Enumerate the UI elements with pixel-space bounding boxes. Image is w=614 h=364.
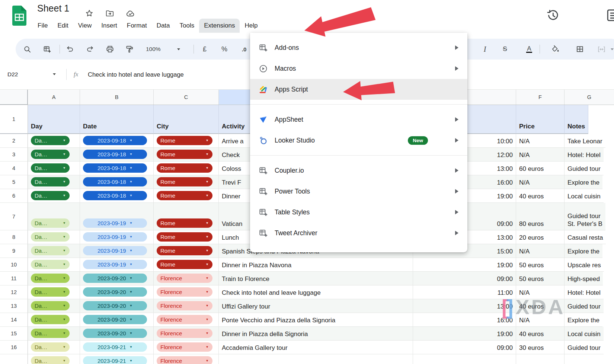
city-chip[interactable]: Rome▼	[157, 150, 212, 159]
merge-cells-icon[interactable]	[595, 42, 608, 56]
date-chip[interactable]: 2023-09-18▼	[83, 163, 147, 173]
cell-city[interactable]: Florence▼	[154, 354, 219, 364]
column-header-G[interactable]: G	[565, 90, 614, 105]
cell-date[interactable]: 2023-09-20▼	[80, 313, 154, 327]
day-chip[interactable]: Da…▼	[31, 287, 70, 297]
menu-tools[interactable]: Tools	[175, 19, 199, 33]
cell-date[interactable]: 2023-09-18▼	[80, 148, 154, 162]
city-chip[interactable]: Florence▼	[157, 301, 212, 310]
cell-day[interactable]: Da…▼	[28, 299, 80, 313]
menu-item-looker-studio[interactable]: Looker StudioNew	[250, 130, 467, 151]
cell-time[interactable]: 11:00	[413, 285, 516, 299]
cell-price[interactable]	[516, 354, 565, 364]
row-number[interactable]: 8	[0, 230, 28, 244]
date-chip[interactable]: 2023-09-19▼	[83, 260, 147, 269]
cell-date[interactable]: 2023-09-19▼	[80, 203, 154, 230]
day-chip[interactable]: Da…▼	[31, 246, 70, 255]
cell-price[interactable]: N/A	[516, 175, 565, 189]
day-chip[interactable]: Da…▼	[31, 177, 70, 186]
zoom-caret-icon[interactable]	[175, 42, 182, 56]
italic-icon[interactable]: I	[478, 42, 492, 56]
table-add-icon[interactable]	[40, 42, 54, 56]
cloud-saved-icon[interactable]	[125, 8, 135, 19]
cell-day[interactable]: Da…▼	[28, 285, 80, 299]
cell-price[interactable]: 40 euros	[516, 189, 565, 203]
cell-city[interactable]: Rome▼	[154, 148, 219, 162]
day-chip[interactable]: Da…▼	[31, 315, 70, 324]
cell-date[interactable]: 2023-09-18▼	[80, 134, 154, 148]
cell-day[interactable]: Da…▼	[28, 341, 80, 354]
city-chip[interactable]: Rome▼	[157, 260, 212, 269]
cell-notes[interactable]: Explore the	[565, 244, 602, 258]
cell-price[interactable]: N/A	[516, 313, 565, 327]
cell-time[interactable]: 19:00	[413, 258, 516, 272]
row-number[interactable]: 16	[0, 341, 28, 354]
print-icon[interactable]	[103, 42, 116, 56]
formula-input[interactable]: Check into hotel and leave luggage	[88, 63, 184, 86]
text-color-icon[interactable]: A	[522, 42, 536, 56]
cell-city[interactable]: Rome▼	[154, 203, 219, 230]
menu-help[interactable]: Help	[240, 19, 262, 33]
menu-item-power-tools[interactable]: Power Tools	[250, 181, 467, 202]
date-chip[interactable]: 2023-09-20▼	[83, 315, 147, 324]
star-icon[interactable]	[84, 8, 95, 19]
city-chip[interactable]: Rome▼	[157, 177, 212, 186]
cell-price[interactable]: N/A	[516, 244, 565, 258]
cell-day[interactable]: Da…▼	[28, 189, 80, 203]
cell-city[interactable]: Rome▼	[154, 258, 219, 272]
cell-date[interactable]: 2023-09-20▼	[80, 299, 154, 313]
city-chip[interactable]: Florence▼	[157, 329, 212, 338]
undo-icon[interactable]	[63, 42, 77, 56]
cell-price[interactable]: N/A	[516, 148, 565, 162]
cell-notes[interactable]: Upscale res	[565, 258, 604, 272]
strikethrough-icon[interactable]: S	[498, 42, 512, 56]
more-toolbar-caret-icon[interactable]	[609, 42, 614, 56]
menu-data[interactable]: Data	[152, 19, 175, 33]
date-chip[interactable]: 2023-09-18▼	[83, 191, 147, 200]
name-box-caret-icon[interactable]	[53, 73, 56, 75]
row-number[interactable]: 14	[0, 313, 28, 327]
cell-price[interactable]: 20 euros	[516, 230, 565, 244]
day-chip[interactable]: Da…▼	[31, 136, 70, 145]
menu-item-table-styles[interactable]: Table Styles	[250, 202, 467, 223]
cell-notes[interactable]: Guided tour	[565, 299, 604, 313]
cell-notes[interactable]: Hotel: Hotel	[565, 285, 604, 299]
city-chip[interactable]: Florence▼	[157, 356, 212, 364]
fill-color-icon[interactable]	[549, 42, 562, 56]
row-number[interactable]: 9	[0, 244, 28, 258]
row-number[interactable]: 12	[0, 285, 28, 299]
borders-icon[interactable]	[573, 42, 586, 56]
sheets-logo-icon[interactable]	[12, 5, 27, 26]
cell-date[interactable]: 2023-09-20▼	[80, 272, 154, 285]
menu-file[interactable]: File	[33, 19, 52, 33]
cell-notes[interactable]: Local cuisin	[565, 327, 604, 341]
row-number[interactable]: 13	[0, 299, 28, 313]
cell-city[interactable]: Florence▼	[154, 341, 219, 354]
header-cell-price[interactable]: Price	[516, 105, 565, 134]
zoom-level[interactable]: 100%	[144, 42, 169, 56]
cell-time[interactable]: 16:00	[413, 313, 516, 327]
cell-city[interactable]: Florence▼	[154, 285, 219, 299]
day-chip[interactable]: Da…▼	[31, 260, 70, 269]
cell-notes[interactable]: High-speed	[565, 272, 603, 285]
menu-item-macros[interactable]: Macros	[250, 58, 467, 79]
cell-notes[interactable]: Hotel: Hotel	[565, 148, 604, 162]
search-icon[interactable]	[20, 42, 34, 56]
cell-day[interactable]: Da…▼	[28, 258, 80, 272]
cell-date[interactable]: 2023-09-20▼	[80, 327, 154, 341]
cell-time[interactable]: 09:00	[413, 272, 516, 285]
cell-price[interactable]: 80 euros	[516, 203, 565, 230]
row-number[interactable]: 10	[0, 258, 28, 272]
cell-time[interactable]: 13:00	[413, 299, 516, 313]
cell-city[interactable]: Rome▼	[154, 189, 219, 203]
cell-notes[interactable]: Local cuisin	[565, 189, 604, 203]
city-chip[interactable]: Florence▼	[157, 287, 212, 297]
cell-price[interactable]: 40 euros	[516, 327, 565, 341]
city-chip[interactable]: Rome▼	[157, 191, 212, 200]
row-number[interactable]: 6	[0, 189, 28, 203]
header-cell-day[interactable]: Day	[28, 105, 80, 134]
date-chip[interactable]: 2023-09-20▼	[83, 274, 147, 283]
cell-day[interactable]: Da…▼	[28, 148, 80, 162]
cell-activity[interactable]: Ponte Vecchio and Piazza della Signoria	[219, 313, 413, 327]
cell-date[interactable]: 2023-09-21▼	[80, 341, 154, 354]
